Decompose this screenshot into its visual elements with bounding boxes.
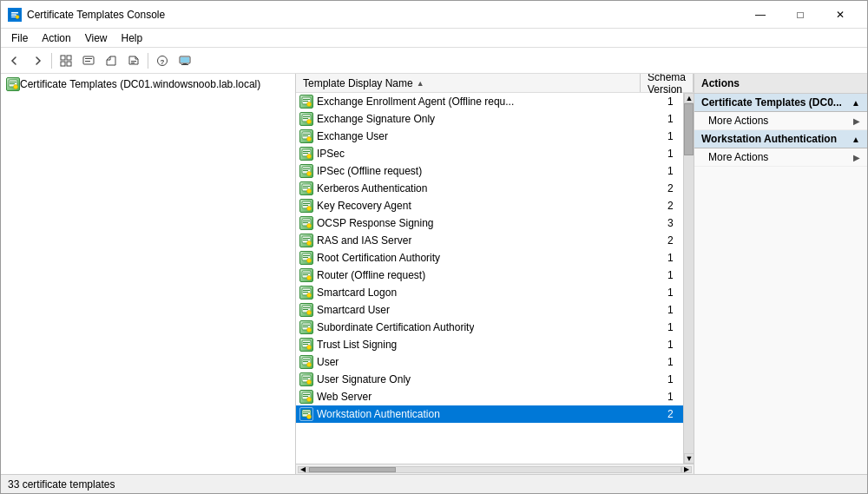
maximize-button[interactable]: □ [780,1,820,29]
row-schema-cell: 3 [661,217,683,229]
row-schema-cell: 1 [661,269,683,281]
list-row[interactable]: User1 [296,353,683,371]
list-row[interactable]: IPSec (Offline request)1 [296,162,683,180]
svg-rect-78 [303,326,308,327]
svg-rect-17 [181,57,189,63]
row-name-text: IPSec [317,148,345,160]
row-name-text: Subordinate Certification Authority [317,321,474,333]
list-row[interactable]: Exchange User1 [296,128,683,145]
list-row[interactable]: Router (Offline request)1 [296,267,683,284]
menu-item-help[interactable]: Help [115,30,150,46]
svg-rect-29 [303,116,310,117]
window-title: Certificate Templates Console [27,9,740,21]
scroll-thumb[interactable] [684,103,694,155]
computer-button[interactable] [174,51,195,70]
list-row[interactable]: Key Recovery Agent2 [296,197,683,214]
row-cert-icon [299,181,313,195]
list-row[interactable]: Web Server1 [296,388,683,405]
row-cert-icon [299,147,313,161]
app-icon [8,8,22,22]
list-row[interactable]: Kerberos Authentication2 [296,180,683,197]
list-row[interactable]: Exchange Enrollment Agent (Offline requ.… [296,93,683,110]
h-scroll-thumb[interactable] [309,467,396,472]
svg-rect-1 [11,12,18,14]
actions-section-title-0[interactable]: Certificate Templates (DC0...▲ [694,94,867,112]
row-name-cell: User Signature Only [296,372,661,386]
toolbar-btn-4[interactable] [123,51,144,70]
back-button[interactable] [4,51,25,70]
h-scroll-right[interactable]: ▶ [681,466,692,473]
row-cert-icon [299,303,313,317]
toolbar-btn-2[interactable] [78,51,99,70]
row-schema-cell: 1 [661,287,683,299]
toolbar-btn-3[interactable] [101,51,122,70]
list-row[interactable]: User Signature Only1 [296,371,683,388]
svg-rect-9 [83,56,94,64]
row-name-cell: Exchange Signature Only [296,112,661,126]
forward-button[interactable] [27,51,48,70]
list-row[interactable]: IPSec1 [296,145,683,162]
col-header-schema[interactable]: Schema Version [641,74,694,92]
list-row[interactable]: Trust List Signing1 [296,336,683,353]
svg-rect-30 [303,118,308,119]
h-scroll-left[interactable]: ◀ [298,466,308,473]
svg-rect-53 [303,221,310,221]
close-button[interactable]: ✕ [820,1,860,29]
svg-rect-22 [10,83,15,84]
scroll-down-arrow[interactable]: ▼ [684,453,694,464]
row-name-text: User Signature Only [317,373,411,385]
view-button[interactable] [56,51,76,70]
tree-item-label: Certificate Templates (DC01.windowsnoob.… [20,78,260,90]
svg-point-99 [307,415,312,419]
horizontal-scrollbar[interactable]: ◀ ▶ [296,464,694,474]
list-row[interactable]: Smartcard User1 [296,301,683,319]
row-cert-icon [299,286,313,300]
toolbar-sep-2 [148,53,148,69]
actions-section-title-1[interactable]: Workstation Authentication▲ [694,130,867,148]
list-row[interactable]: Smartcard Logon1 [296,284,683,301]
row-name-text: Exchange User [317,130,388,142]
window-controls: — □ ✕ [740,1,860,29]
minimize-button[interactable]: — [740,1,780,29]
svg-rect-25 [303,99,310,100]
svg-rect-57 [303,238,310,239]
svg-point-71 [307,293,312,298]
action-item-1-0[interactable]: More Actions▶ [694,148,867,167]
svg-rect-98 [303,413,308,414]
list-row[interactable]: Exchange Signature Only1 [296,110,683,128]
menu-item-action[interactable]: Action [35,30,77,46]
menu-item-view[interactable]: View [78,30,115,46]
action-item-label: More Actions [708,115,768,127]
row-name-text: Exchange Enrollment Agent (Offline requ.… [317,96,514,108]
svg-point-39 [307,155,312,159]
template-list[interactable]: Exchange Enrollment Agent (Offline requ.… [296,93,683,464]
action-item-0-0[interactable]: More Actions▶ [694,112,867,130]
svg-rect-8 [67,62,71,66]
help-button[interactable]: ? [152,51,173,70]
list-row[interactable]: Workstation Authentication2 [296,405,683,423]
list-row[interactable]: OCSP Response Signing3 [296,214,683,232]
vertical-scrollbar[interactable]: ▲ ▼ [683,93,694,464]
row-cert-icon [299,199,313,213]
row-schema-cell: 1 [661,391,683,403]
svg-rect-86 [303,361,308,362]
svg-rect-90 [303,379,308,379]
row-name-cell: Kerberos Authentication [296,181,661,195]
menu-item-file[interactable]: File [4,30,35,46]
svg-rect-89 [303,377,310,378]
action-chevron: ▶ [853,153,860,162]
list-row[interactable]: RAS and IAS Server2 [296,232,683,249]
row-name-cell: User [296,355,661,369]
scroll-track[interactable] [684,103,694,453]
row-name-text: Web Server [317,391,372,403]
row-name-text: Smartcard User [317,304,390,316]
row-name-text: Smartcard Logon [317,287,397,299]
svg-rect-19 [181,64,188,65]
tree-item-root[interactable]: Certificate Templates (DC01.windowsnoob.… [3,76,293,93]
svg-point-55 [307,224,312,228]
h-scroll-track[interactable] [308,466,681,473]
list-row[interactable]: Root Certification Authority1 [296,249,683,267]
section-arrow: ▲ [852,135,860,144]
col-header-name[interactable]: Template Display Name ▲ [296,74,641,92]
list-row[interactable]: Subordinate Certification Authority1 [296,319,683,336]
